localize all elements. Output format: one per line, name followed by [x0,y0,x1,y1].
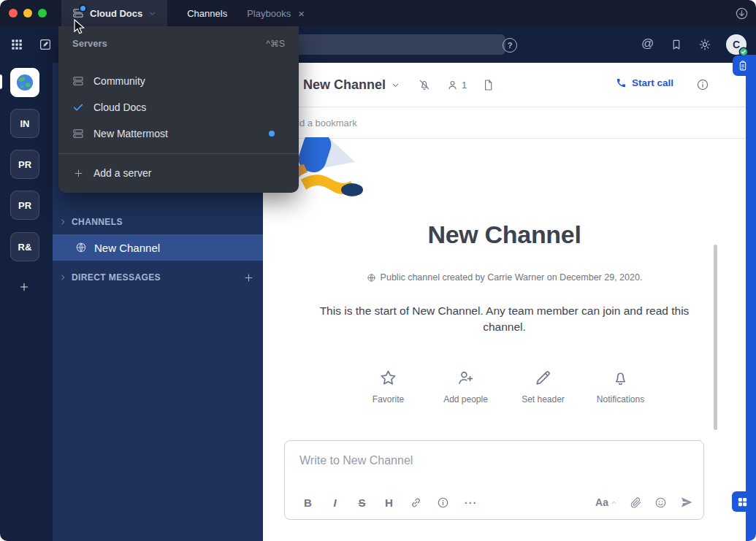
strikethrough-button[interactable]: S [348,492,375,513]
channel-item-active[interactable]: New Channel [53,234,263,261]
add-dm-button[interactable] [243,272,254,283]
intro-actions: Favorite Add people Set header [263,369,746,404]
team-initials: PR [18,200,31,211]
team-avatar[interactable]: IN [10,109,39,138]
product-grid-button[interactable] [732,491,752,512]
info-button[interactable] [429,492,457,513]
byline-text: Public channel created by Carrie Warner … [381,272,643,283]
help-button[interactable]: ? [503,38,517,53]
mentions-button[interactable]: @ [641,37,654,50]
action-label: Favorite [373,394,404,404]
emoji-button[interactable] [654,496,667,509]
server-menu: Servers ^⌘S Community Cloud Docs New M [58,26,299,193]
bookmark-icon [670,38,683,51]
add-server-button[interactable]: Add a server [58,160,299,186]
chevron-down-icon [148,9,156,18]
menu-item-new-mattermost[interactable]: New Mattermost [58,120,299,147]
send-icon [679,495,694,510]
category-label: DIRECT MESSAGES [72,272,161,283]
channel-header: New Channel 1 Start call [263,63,756,107]
channels-category[interactable]: CHANNELS [53,210,263,234]
compose-icon[interactable] [39,38,52,51]
chevron-right-icon [58,273,67,282]
chevron-down-icon [391,80,400,90]
heading-button[interactable]: H [375,492,402,513]
pencil-icon [534,369,552,387]
favorite-button[interactable]: Favorite [364,369,413,404]
send-button[interactable] [679,495,694,510]
unread-dot [79,4,87,12]
link-button[interactable] [402,492,429,513]
close-window-button[interactable] [9,9,18,18]
member-count: 1 [462,80,467,91]
message-input[interactable] [285,441,733,467]
set-header-button[interactable]: Set header [519,369,568,404]
team-avatar[interactable]: PR [10,191,39,220]
more-formatting-button[interactable]: ⋯ [457,492,484,513]
channel-header-icons: 1 [418,78,495,91]
channel-title-button[interactable]: New Channel [303,77,400,93]
category-label: CHANNELS [72,217,123,227]
unread-dot [269,131,275,137]
notifications-button[interactable]: Notifications [597,369,645,404]
toggle-formatting-button[interactable]: Aa [595,496,617,508]
window-titlebar: Cloud Docs Channels Playbooks × [0,0,756,26]
scrollbar[interactable] [714,245,717,430]
saved-posts-button[interactable] [670,38,683,51]
minimize-window-button[interactable] [23,9,32,18]
chevron-right-icon [58,218,67,226]
action-label: Notifications [597,394,644,404]
bold-button[interactable]: B [294,492,321,513]
menu-item-label: New Mattermost [93,128,168,139]
download-update-button[interactable] [735,7,749,20]
menu-item-label: Cloud Docs [93,101,146,113]
attach-file-button[interactable] [630,496,642,509]
tab-playbooks-label: Playbooks [247,8,291,19]
star-icon [379,369,397,387]
start-call-button[interactable]: Start call [616,77,673,88]
mattermost-window: Cloud Docs Channels Playbooks × IN PR [0,0,756,541]
link-icon [410,496,422,509]
tab-channels[interactable]: Channels [187,8,227,19]
italic-button[interactable]: I [321,492,348,513]
server-dropdown-button[interactable]: Cloud Docs [61,0,167,26]
user-avatar[interactable]: C [726,34,747,55]
close-tab-icon[interactable]: × [298,8,305,19]
team-avatar-active[interactable] [10,68,39,97]
zoom-window-button[interactable] [38,9,47,18]
team-avatar[interactable]: R& [10,232,39,261]
members-button[interactable]: 1 [446,79,467,91]
start-call-label: Start call [632,77,673,88]
info-icon [696,78,709,91]
channel-description: This is the start of New Channel. Any te… [305,303,703,335]
direct-messages-category[interactable]: DIRECT MESSAGES [53,266,263,289]
mute-bell-icon[interactable] [418,78,431,91]
channel-info-button[interactable] [696,78,709,91]
chevron-up-icon [611,499,617,506]
tab-channels-label: Channels [187,8,227,19]
tab-playbooks[interactable]: Playbooks × [247,8,305,19]
globe-icon [367,273,376,283]
grid-icon [737,496,748,507]
playbooks-rail-button[interactable] [733,55,753,76]
team-initials: PR [18,159,31,170]
team-avatar[interactable]: PR [10,150,39,179]
menu-item-community[interactable]: Community [58,68,299,94]
menu-item-cloud-docs[interactable]: Cloud Docs [58,94,299,120]
team-initials: IN [20,118,30,129]
menu-item-label: Community [93,75,145,87]
add-team-button[interactable] [10,273,38,301]
settings-button[interactable] [698,38,711,51]
earth-icon [15,72,35,93]
aa-label: Aa [595,496,608,508]
product-switcher-button[interactable] [10,38,23,51]
smiley-icon [654,496,667,509]
server-name-label: Cloud Docs [90,8,142,19]
pinned-files-icon[interactable] [482,79,495,91]
add-people-button[interactable]: Add people [442,369,490,404]
bookmarks-bar: Add a bookmark [263,107,756,139]
action-label: Add people [443,394,488,404]
active-team-indicator [0,74,2,89]
paperclip-icon [630,496,642,509]
globe-icon [75,242,87,253]
